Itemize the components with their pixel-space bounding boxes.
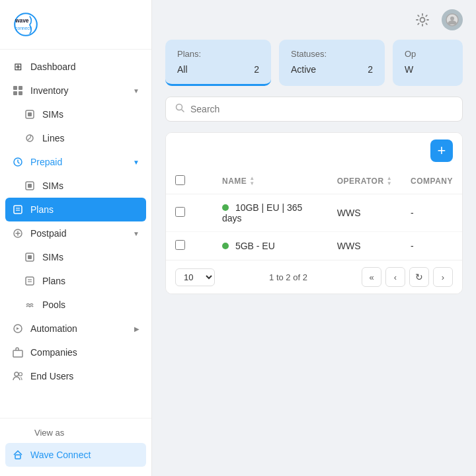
sim-prepaid-icon <box>24 180 36 192</box>
filter-card-plans[interactable]: Plans: All 2 <box>165 40 271 86</box>
svg-rect-6 <box>19 91 22 95</box>
svg-rect-4 <box>19 86 22 90</box>
header-operator[interactable]: OPERATOR ▲▼ <box>328 169 401 194</box>
table-header: NAME ▲▼ OPERATOR ▲▼ <box>166 169 462 194</box>
sidebar-item-lines-label: Lines <box>42 133 64 143</box>
sidebar-item-automation-label: Automation <box>30 323 77 334</box>
operators-filter-title: Op <box>405 49 451 59</box>
operator-sort[interactable]: OPERATOR ▲▼ <box>337 176 392 186</box>
row1-operator: WWS <box>337 208 361 218</box>
sidebar-item-dashboard[interactable]: ⊞ Dashboard <box>0 55 151 79</box>
row2-name-cell: 5GB - EU <box>213 232 328 260</box>
row2-checkbox[interactable] <box>175 240 185 250</box>
pools-icon <box>24 299 36 311</box>
add-plan-button[interactable]: + <box>430 139 453 162</box>
wave-connect-logo: wave connect <box>12 11 40 38</box>
user-avatar[interactable] <box>442 9 463 30</box>
sidebar-item-sims-prepaid[interactable]: SIMs <box>0 174 151 198</box>
svg-rect-18 <box>28 255 32 259</box>
sidebar-item-end-users[interactable]: End Users <box>0 364 151 388</box>
operator-sort-arrows: ▲▼ <box>387 176 392 186</box>
postpaid-chevron: ▼ <box>133 230 139 237</box>
sidebar-item-lines[interactable]: Lines <box>0 126 151 150</box>
row2-company: - <box>411 241 414 251</box>
operators-filter-value: W <box>405 64 413 75</box>
sidebar-item-companies[interactable]: Companies <box>0 340 151 364</box>
view-as-label: View as <box>34 428 64 438</box>
sidebar-item-automation[interactable]: Automation ▶ <box>0 317 151 340</box>
view-as-item[interactable]: View as <box>0 425 151 440</box>
lines-icon <box>24 132 36 144</box>
sidebar-item-prepaid[interactable]: Prepaid ▼ <box>0 150 151 174</box>
row1-checkbox[interactable] <box>175 207 185 217</box>
search-icon <box>175 103 185 115</box>
table-toolbar: + <box>166 133 462 169</box>
row2-name: 5GB - EU <box>235 241 275 251</box>
sidebar-item-prepaid-label: Prepaid <box>30 157 62 167</box>
prev-page-button[interactable]: ‹ <box>385 267 405 287</box>
filter-card-statuses[interactable]: Statuses: Active 2 <box>279 40 385 86</box>
sidebar-item-plans-prepaid-label: Plans <box>30 204 54 215</box>
home-icon <box>12 449 24 461</box>
refresh-button[interactable]: ↻ <box>409 267 429 287</box>
row1-company: - <box>411 208 414 218</box>
row2-operator-cell: WWS <box>328 232 401 260</box>
main-content: Plans: All 2 Statuses: Active 2 Op W <box>152 0 476 476</box>
settings-button[interactable] <box>413 10 432 30</box>
header-company: COMPANY <box>401 169 462 194</box>
automation-icon <box>12 323 24 335</box>
sidebar-item-postpaid[interactable]: Postpaid ▼ <box>0 221 151 245</box>
filter-card-operators[interactable]: Op W <box>393 40 463 86</box>
svg-rect-3 <box>13 86 17 90</box>
row1-name: 10GB | EU | 365 days <box>222 202 302 223</box>
dashboard-icon: ⊞ <box>12 61 24 73</box>
avatar-icon <box>446 13 459 26</box>
gear-icon <box>415 13 430 27</box>
companies-icon <box>12 346 24 358</box>
page-info: 1 to 2 of 2 <box>219 272 358 282</box>
plans-postpaid-icon <box>24 275 36 287</box>
next-page-button[interactable]: › <box>433 267 453 287</box>
sim-postpaid-icon <box>24 251 36 263</box>
table-body: 10GB | EU | 365 days WWS - <box>166 194 462 260</box>
sidebar-item-sims-postpaid[interactable]: SIMs <box>0 245 151 269</box>
select-all-checkbox[interactable] <box>175 175 185 185</box>
sidebar-item-inventory[interactable]: Inventory ▼ <box>0 79 151 102</box>
inventory-chevron: ▼ <box>133 87 139 95</box>
sidebar-item-sims-prepaid-label: SIMs <box>42 180 63 191</box>
first-page-button[interactable]: « <box>362 267 381 287</box>
sidebar-item-plans-prepaid[interactable]: Plans <box>5 198 146 221</box>
statuses-filter-title: Statuses: <box>291 49 373 59</box>
table-container: + NAME ▲▼ <box>165 132 463 294</box>
name-sort[interactable]: NAME ▲▼ <box>222 176 319 186</box>
table-row: 5GB - EU WWS - <box>166 232 462 260</box>
search-input[interactable] <box>190 104 453 114</box>
page-size-select[interactable]: 10 25 50 100 <box>175 268 215 286</box>
sidebar-item-sims-inventory[interactable]: SIMs <box>0 102 151 126</box>
row2-company-cell: - <box>401 232 462 260</box>
statuses-filter-count: 2 <box>368 64 373 75</box>
company-header-label: COMPANY <box>411 177 453 186</box>
svg-rect-12 <box>28 184 32 188</box>
statuses-filter-value: Active <box>291 64 316 75</box>
sidebar-item-plans-postpaid[interactable]: Plans <box>0 269 151 293</box>
sim-icon <box>24 108 36 120</box>
plans-table: NAME ▲▼ OPERATOR ▲▼ <box>166 169 462 260</box>
row1-operator-cell: WWS <box>328 194 401 232</box>
sidebar-item-end-users-label: End Users <box>30 371 73 381</box>
filter-cards: Plans: All 2 Statuses: Active 2 Op W <box>165 40 463 86</box>
svg-text:wave: wave <box>15 17 29 24</box>
header-expand-col <box>194 169 213 194</box>
row1-name-cell: 10GB | EU | 365 days <box>213 194 328 232</box>
logo-area[interactable]: wave connect <box>0 0 151 50</box>
sidebar-item-wave-connect[interactable]: Wave Connect <box>5 443 146 467</box>
svg-point-25 <box>19 373 22 376</box>
sidebar: wave connect ⊞ Dashboard Inventory ▼ SIM… <box>0 0 152 476</box>
postpaid-icon <box>12 227 24 239</box>
svg-point-27 <box>420 18 425 22</box>
svg-rect-8 <box>28 112 32 116</box>
operator-header-label: OPERATOR <box>337 177 384 186</box>
row1-status-dot <box>222 204 229 211</box>
header-name[interactable]: NAME ▲▼ <box>213 169 328 194</box>
sidebar-item-pools[interactable]: Pools <box>0 293 151 317</box>
